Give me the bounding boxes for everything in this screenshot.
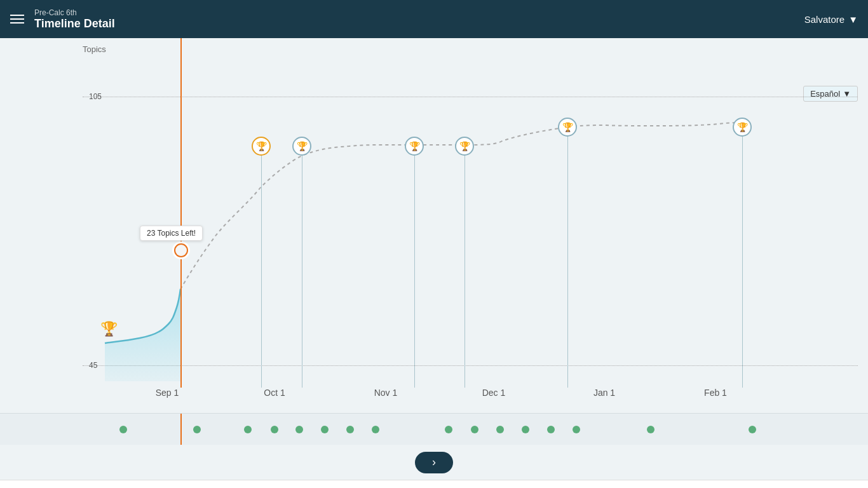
header-main-title: Timeline Detail	[34, 17, 115, 30]
dot-7[interactable]	[346, 426, 354, 433]
chart-container: Español ▼ Topics 105 45 23 Topics Left! …	[0, 38, 868, 388]
header-title: Pre-Calc 6th Timeline Detail	[34, 8, 115, 30]
trophy-icon: 🏆	[100, 321, 118, 337]
today-line-dots	[180, 414, 182, 445]
dots-row	[0, 413, 868, 445]
dot-5[interactable]	[295, 426, 303, 433]
user-chevron-icon: ▼	[848, 14, 858, 25]
copyright-bar: © 2018 McGraw-Hill Education. All Rights…	[0, 480, 868, 488]
milestone-feb1: 🏆	[733, 118, 752, 388]
dot-1[interactable]	[119, 426, 127, 433]
milestone-nov1: 🏆	[405, 137, 424, 388]
header-subtitle: Pre-Calc 6th	[34, 8, 115, 17]
date-labels-row: Sep 1 Oct 1 Nov 1 Dec 1 Jan 1 Feb 1	[0, 388, 868, 413]
tooltip-box: 23 Topics Left!	[140, 226, 203, 241]
dot-15[interactable]	[647, 426, 654, 433]
user-name: Salvatore	[804, 14, 844, 25]
dot-6[interactable]	[321, 426, 329, 433]
dot-3[interactable]	[244, 426, 252, 433]
date-label-nov1: Nov 1	[374, 388, 398, 398]
dot-10[interactable]	[471, 426, 478, 433]
milestone-oct1: 🏆	[252, 137, 271, 388]
footer-nav: ›	[0, 445, 868, 480]
milestone-dec1: 🏆	[455, 137, 474, 388]
dot-11[interactable]	[496, 426, 504, 433]
date-label-oct1: Oct 1	[264, 388, 285, 398]
date-label-sep1: Sep 1	[156, 388, 179, 398]
menu-button[interactable]	[10, 15, 24, 24]
current-position-inner	[175, 245, 187, 256]
next-button[interactable]: ›	[415, 452, 453, 473]
milestone-jan1: 🏆	[558, 118, 577, 388]
today-line	[180, 38, 182, 388]
user-menu[interactable]: Salvatore ▼	[804, 14, 858, 25]
next-icon: ›	[432, 456, 436, 469]
header-left: Pre-Calc 6th Timeline Detail	[10, 8, 115, 30]
tooltip-text: 23 Topics Left!	[147, 229, 196, 238]
date-label-jan1: Jan 1	[593, 388, 615, 398]
dot-16[interactable]	[749, 426, 756, 433]
dot-8[interactable]	[372, 426, 379, 433]
dot-2[interactable]	[193, 426, 201, 433]
date-label-feb1: Feb 1	[704, 388, 727, 398]
milestone-oct1b: 🏆	[292, 137, 311, 388]
dot-14[interactable]	[573, 426, 580, 433]
app-header: Pre-Calc 6th Timeline Detail Salvatore ▼	[0, 0, 868, 38]
dot-13[interactable]	[547, 426, 555, 433]
date-label-dec1: Dec 1	[482, 388, 506, 398]
dot-12[interactable]	[522, 426, 529, 433]
dot-9[interactable]	[445, 426, 452, 433]
dot-4[interactable]	[271, 426, 278, 433]
